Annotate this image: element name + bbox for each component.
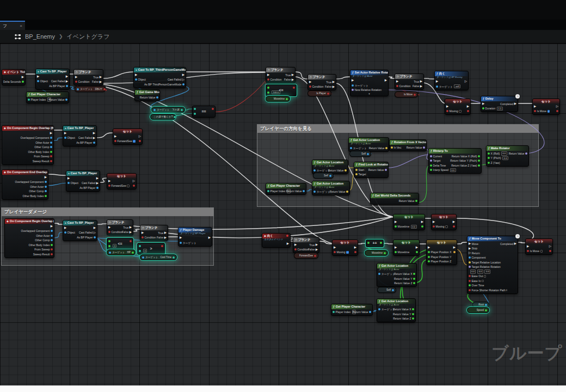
pin-condition[interactable]: Condition <box>396 84 411 88</box>
increment-node[interactable]: ++ <box>366 240 384 247</box>
pin-object[interactable]: Object <box>64 136 75 140</box>
value-box[interactable]: self <box>454 84 460 88</box>
pin-output[interactable] <box>392 289 394 291</box>
pin[interactable]: ▷ <box>132 179 135 183</box>
pin-return-value[interactable]: Return Value <box>369 146 387 150</box>
branch-2[interactable]: ◇ブランチ▶ConditionTrue▶False▶ <box>266 67 296 83</box>
pin-z-yaw-[interactable]: Z (Yaw) <box>488 161 508 164</box>
pin-component[interactable]: Component <box>469 256 501 260</box>
value-box[interactable]: 0.0 <box>501 151 507 155</box>
pin-other-comp[interactable]: Other Comp <box>35 238 53 242</box>
pin-false[interactable]: False▶ <box>413 84 422 88</box>
pin[interactable]: 100.0 <box>267 90 280 94</box>
pin-target-relative-rotation[interactable]: Target Relative Rotation <box>469 265 501 269</box>
pin-from-sweep[interactable]: From Sweep <box>34 248 53 252</box>
pin-forwardsee[interactable]: ForwardSee✓ <box>114 139 136 143</box>
get-forwardsee[interactable]: ForwardSee <box>294 253 318 259</box>
pin-as-bp-player[interactable]: As BP Player <box>49 84 68 88</box>
pin[interactable]: ▶ <box>267 73 282 77</box>
pin[interactable]: ▶ <box>207 236 211 240</box>
pin-sweep-result[interactable]: Sweep Result <box>33 252 53 256</box>
pin-return-value[interactable]: Return Value <box>509 151 527 155</box>
value-box[interactable]: 0.0 <box>502 156 508 160</box>
pin[interactable] <box>453 250 456 254</box>
pin-player-index[interactable]: Player Index0 <box>333 310 353 314</box>
pin-movetime[interactable]: Movetime0.0 <box>395 225 417 229</box>
pin[interactable] <box>367 241 371 245</box>
pin-is-move[interactable]: Is Move✓ <box>534 109 550 113</box>
pin[interactable]: ▶ <box>415 246 418 249</box>
pin-delta-seconds[interactable]: Delta Seconds <box>3 80 24 84</box>
pin-output[interactable] <box>384 252 386 254</box>
get-player-character-2[interactable]: ƒGet Player CharacterPlayer Index0Return… <box>266 183 306 195</box>
pin-output[interactable] <box>174 116 176 118</box>
checkbox[interactable] <box>484 275 487 278</box>
pin-return-value[interactable]: Return Value <box>330 190 348 194</box>
pin[interactable]: ▶ <box>95 176 99 180</box>
branch-3[interactable]: ◇ブランチ▶ConditionTrue▶False▶ <box>307 74 336 90</box>
get-is-move[interactable]: Is Move <box>395 91 418 97</box>
set-movetime-2[interactable]: セット▶Movetime▶ <box>393 240 420 256</box>
pin[interactable]: ▶ <box>108 225 121 229</box>
pin-return-value-y[interactable]: Return Value Y <box>393 312 414 316</box>
pin-output[interactable] <box>181 109 183 111</box>
on-component-begin-overlap-box[interactable]: ◆On Component Begin Overlap (Box)▶Overla… <box>4 218 54 258</box>
pin-return-value-x-roll-[interactable]: Return Value X (Roll) <box>452 154 480 158</box>
pin-completed[interactable]: Completed▶ <box>500 102 516 106</box>
pin[interactable]: 0.00.00.0 <box>469 270 501 273</box>
checkbox[interactable] <box>445 225 448 228</box>
pin--[interactable]: ターゲット <box>313 169 329 173</box>
pin-return-value[interactable]: Return Value <box>399 199 417 203</box>
set-player-position[interactable]: セット▶Player Position XPlayer Position YPl… <box>426 240 457 265</box>
pin--[interactable]: ターゲット <box>350 146 367 150</box>
set-is-move-2[interactable]: セット▶Is Move▷ <box>525 238 553 255</box>
set-actor-relative-rotation[interactable]: ƒSet Actor Relative Rotationターゲットは Actor… <box>350 70 389 96</box>
pin-output[interactable] <box>485 304 487 306</box>
set-moving-3[interactable]: セット▶Moving▶ <box>431 214 457 230</box>
pin-return-value[interactable]: Return Value <box>49 97 67 101</box>
pin[interactable]: ▶ <box>21 75 24 79</box>
pin[interactable]: ▶ <box>92 131 95 135</box>
pin-movetime[interactable]: Movetime <box>395 250 409 254</box>
cast-to-bp-player-1[interactable]: »Cast To BP_Player▶Object▶Cast Failed▶As… <box>35 69 70 90</box>
get-self-3[interactable]: Self <box>377 287 396 293</box>
pin-cast-failed[interactable]: Cast Failed▷ <box>79 231 96 235</box>
pin[interactable] <box>549 249 552 253</box>
pin-other-body-index[interactable]: Other Body Index <box>23 194 47 198</box>
pin-force-shorter-rotation-path[interactable]: Force Shorter Rotation Path <box>469 288 501 292</box>
checkbox[interactable] <box>459 110 462 113</box>
pin-overlapped-component[interactable]: Overlapped Component <box>15 180 47 184</box>
pin-true[interactable]: True▶ <box>326 80 335 84</box>
pin-target[interactable] <box>142 256 144 259</box>
pin-true[interactable]: True▶ <box>285 73 294 77</box>
event-tick[interactable]: ◆イベント Tick▶Delta Seconds <box>2 69 26 85</box>
pin-player-index[interactable]: Player Index0 <box>267 189 287 193</box>
player-damage[interactable]: ƒPlayer Damageターゲットは BP Player▶ターゲット▶ <box>178 227 212 247</box>
pin[interactable]: ▶ <box>446 105 462 108</box>
pin-return-value-z[interactable]: Return Value Z <box>393 317 414 321</box>
pin-stop[interactable]: ▶Stop <box>469 247 501 250</box>
pin[interactable]: ▶ <box>294 243 307 247</box>
pin-false[interactable]: False▶ <box>157 236 167 240</box>
pin-other-body-index[interactable]: Other Body Index <box>28 150 52 154</box>
get-rotating[interactable]: ターゲット回転中 <box>75 86 106 92</box>
cast-to-bp-thirdpersongamemode[interactable]: »Cast To BP_ThirdPersonGameMode▶Object▶C… <box>133 67 186 88</box>
pin[interactable]: ▷ <box>555 105 558 108</box>
value-box[interactable]: 0.0 <box>411 225 417 229</box>
pin-return-value[interactable]: Return Value <box>353 310 371 314</box>
pin[interactable]: ▶ <box>482 102 501 106</box>
checkbox[interactable] <box>482 280 484 283</box>
pin-output[interactable] <box>327 93 329 95</box>
pin[interactable]: ▶ <box>396 79 411 83</box>
set-forwardsee-1[interactable]: セット▶ForwardSee✓▷ <box>113 128 143 145</box>
pin-return-value-y[interactable]: Return Value Y <box>394 277 415 280</box>
get-self-2[interactable]: Self <box>313 173 334 179</box>
value-box[interactable]: 0.0 <box>477 270 483 273</box>
pin[interactable] <box>379 241 383 245</box>
pin-condition[interactable]: Condition <box>294 248 307 252</box>
pin-player-index[interactable]: Player Index0 <box>28 97 49 101</box>
pin[interactable] <box>292 86 296 90</box>
pin-condition[interactable]: Condition <box>108 230 121 234</box>
pin-output[interactable] <box>314 255 316 257</box>
branch-6[interactable]: ◇ブランチ▶ConditionTrue▶False▶ <box>140 225 168 241</box>
